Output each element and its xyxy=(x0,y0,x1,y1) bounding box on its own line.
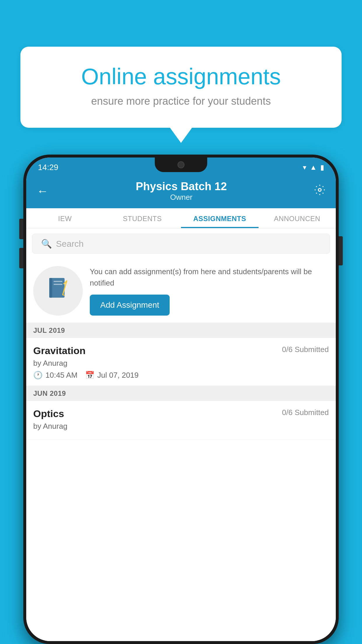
settings-button[interactable] xyxy=(314,184,325,198)
power-button[interactable] xyxy=(339,236,343,265)
assignment-row-top-optics: Optics 0/6 Submitted xyxy=(33,408,329,419)
svg-point-0 xyxy=(318,188,321,191)
section-jun-2019: JUN 2019 xyxy=(26,386,336,401)
meta-time-value: 10:45 AM xyxy=(45,371,78,380)
assignment-by-optics: by Anurag xyxy=(33,422,329,431)
promo-text-area: You can add assignment(s) from here and … xyxy=(90,266,329,316)
search-placeholder: Search xyxy=(56,239,84,249)
svg-rect-4 xyxy=(54,284,62,285)
assignment-name-optics: Optics xyxy=(33,408,64,419)
tab-students[interactable]: STUDENTS xyxy=(104,208,181,228)
meta-date-value: Jul 07, 2019 xyxy=(97,371,139,380)
front-camera xyxy=(178,161,184,168)
volume-down-button[interactable] xyxy=(19,248,23,268)
assignment-by: by Anurag xyxy=(33,359,329,368)
calendar-icon: 📅 xyxy=(85,371,94,380)
status-icons: ▾ ▲ ▮ xyxy=(303,163,324,172)
search-bar[interactable]: 🔍 Search xyxy=(32,234,330,254)
phone-outer: 14:29 ▾ ▲ ▮ ← Physics Batch 12 Owner xyxy=(23,155,339,644)
svg-rect-3 xyxy=(54,281,62,282)
signal-icon: ▲ xyxy=(310,163,317,172)
notebook-icon xyxy=(46,276,70,305)
assignment-item-gravitation[interactable]: Gravitation 0/6 Submitted by Anurag 🕐 10… xyxy=(26,338,336,386)
header-center: Physics Batch 12 Owner xyxy=(136,180,227,202)
search-icon: 🔍 xyxy=(41,239,52,249)
app-header: ← Physics Batch 12 Owner xyxy=(26,175,336,208)
assignment-item-optics[interactable]: Optics 0/6 Submitted by Anurag xyxy=(26,401,336,440)
phone-screen: 14:29 ▾ ▲ ▮ ← Physics Batch 12 Owner xyxy=(26,158,336,641)
promo-section: You can add assignment(s) from here and … xyxy=(26,259,336,323)
bubble-title: Online assignments xyxy=(41,64,321,89)
tab-announcements[interactable]: ANNOUNCEN xyxy=(259,208,336,228)
promo-icon-circle xyxy=(33,266,83,316)
header-title: Physics Batch 12 xyxy=(136,180,227,193)
tab-assignments[interactable]: ASSIGNMENTS xyxy=(181,208,259,228)
meta-date: 📅 Jul 07, 2019 xyxy=(85,371,139,380)
search-container: 🔍 Search xyxy=(26,228,336,259)
app-content: 🔍 Search xyxy=(26,228,336,641)
svg-rect-2 xyxy=(49,278,52,298)
assignment-submitted: 0/6 Submitted xyxy=(282,345,329,354)
assignment-name: Gravitation xyxy=(33,345,85,356)
clock-icon: 🕐 xyxy=(33,371,43,380)
phone-device: 14:29 ▾ ▲ ▮ ← Physics Batch 12 Owner xyxy=(23,155,339,644)
meta-time: 🕐 10:45 AM xyxy=(33,371,78,380)
assignment-row-top: Gravitation 0/6 Submitted xyxy=(33,345,329,356)
speech-bubble-area: Online assignments ensure more practice … xyxy=(20,47,342,128)
tabs-bar: IEW STUDENTS ASSIGNMENTS ANNOUNCEN xyxy=(26,208,336,228)
battery-icon: ▮ xyxy=(320,163,324,172)
tab-iew[interactable]: IEW xyxy=(26,208,104,228)
add-assignment-button[interactable]: Add Assignment xyxy=(90,295,170,316)
header-subtitle: Owner xyxy=(136,193,227,202)
assignment-submitted-optics: 0/6 Submitted xyxy=(282,408,329,417)
promo-description: You can add assignment(s) from here and … xyxy=(90,266,329,289)
phone-notch xyxy=(155,158,207,172)
speech-bubble: Online assignments ensure more practice … xyxy=(20,47,342,128)
wifi-icon: ▾ xyxy=(303,163,306,172)
bubble-subtitle: ensure more practice for your students xyxy=(41,95,321,107)
volume-up-button[interactable] xyxy=(19,219,23,239)
assignment-meta: 🕐 10:45 AM 📅 Jul 07, 2019 xyxy=(33,371,329,380)
back-button[interactable]: ← xyxy=(37,185,48,198)
status-time: 14:29 xyxy=(38,163,58,172)
section-jul-2019: JUL 2019 xyxy=(26,323,336,338)
